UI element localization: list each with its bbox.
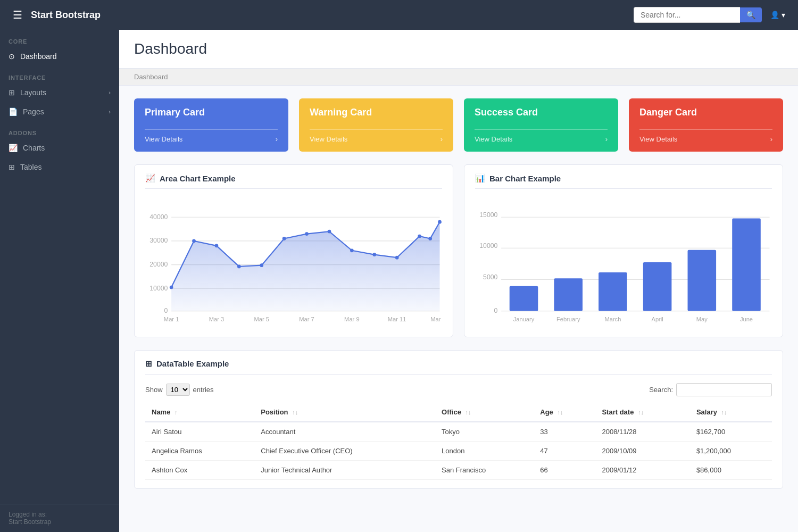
- svg-point-11: [170, 286, 173, 289]
- table-cell: $162,700: [690, 422, 772, 442]
- svg-point-16: [282, 237, 286, 240]
- svg-point-17: [305, 232, 309, 236]
- success-card-link[interactable]: View Details ›: [475, 129, 608, 143]
- search-container: 🔍: [634, 7, 762, 23]
- table-cell: 66: [534, 460, 595, 479]
- office-sort-icon: ↑↓: [465, 409, 471, 415]
- search-label: Search:: [649, 386, 673, 394]
- warning-card-link-text: View Details: [310, 135, 347, 143]
- col-salary[interactable]: Salary ↑↓: [690, 403, 772, 422]
- pages-icon: 📄: [9, 107, 18, 116]
- table-cell: Angelica Ramos: [145, 441, 254, 460]
- page-header: Dashboard: [119, 30, 798, 69]
- primary-card-link[interactable]: View Details ›: [145, 129, 278, 143]
- logged-in-user: Start Bootstrap: [9, 518, 111, 526]
- svg-text:10000: 10000: [479, 242, 497, 250]
- primary-card-arrow-icon: ›: [276, 135, 278, 143]
- sidebar-label-dashboard: Dashboard: [20, 52, 57, 61]
- col-startdate[interactable]: Start date ↑↓: [595, 403, 689, 422]
- svg-point-23: [428, 237, 432, 240]
- sidebar-toggle-button[interactable]: ☰: [9, 6, 27, 23]
- svg-text:Mar 7: Mar 7: [299, 316, 314, 322]
- datatable-icon: ⊞: [145, 359, 152, 369]
- svg-text:Mar 13: Mar 13: [430, 316, 442, 322]
- table-controls: Show 10 25 50 entries Search:: [145, 383, 772, 396]
- svg-text:June: June: [740, 316, 753, 322]
- svg-point-15: [260, 263, 263, 267]
- breadcrumb: Dashboard: [119, 69, 798, 86]
- table-search-input[interactable]: [676, 383, 772, 396]
- col-position[interactable]: Position ↑↓: [254, 403, 435, 422]
- tables-icon: ⊞: [9, 163, 15, 171]
- layouts-chevron-icon: ›: [109, 89, 111, 96]
- table-cell: 33: [534, 422, 595, 442]
- svg-text:0: 0: [164, 307, 168, 314]
- charts-icon: 📈: [9, 144, 18, 152]
- danger-card-title: Danger Card: [639, 107, 772, 118]
- svg-point-14: [237, 265, 241, 269]
- search-button[interactable]: 🔍: [740, 7, 762, 22]
- svg-text:40000: 40000: [149, 213, 168, 221]
- bar-chart-icon: 📊: [475, 173, 485, 183]
- warning-card-link[interactable]: View Details ›: [310, 129, 443, 143]
- sidebar-item-tables[interactable]: ⊞ Tables: [0, 157, 119, 177]
- warning-card-title: Warning Card: [310, 107, 443, 118]
- user-menu-button[interactable]: 👤 ▾: [766, 9, 789, 21]
- pages-chevron-icon: ›: [109, 109, 111, 115]
- entries-label: entries: [193, 386, 214, 394]
- warning-card: Warning Card View Details ›: [299, 98, 453, 152]
- bar-chart-header: 📊 Bar Chart Example: [475, 173, 772, 189]
- navbar: ☰ Start Bootstrap 🔍 👤 ▾: [0, 0, 798, 30]
- table-cell: Airi Satou: [145, 422, 254, 442]
- svg-text:Mar 5: Mar 5: [254, 316, 269, 322]
- sidebar-item-pages[interactable]: 📄 Pages ›: [0, 102, 119, 121]
- svg-rect-43: [643, 262, 672, 311]
- svg-marker-10: [171, 222, 439, 311]
- success-card-arrow-icon: ›: [605, 135, 608, 143]
- svg-text:February: February: [556, 316, 580, 322]
- col-age[interactable]: Age ↑↓: [534, 403, 595, 422]
- datatable-header: ⊞ DataTable Example: [145, 359, 772, 375]
- user-caret-icon: ▾: [782, 11, 785, 19]
- entries-select[interactable]: 10 25 50: [166, 384, 190, 396]
- danger-card: Danger Card View Details ›: [629, 98, 783, 152]
- sidebar-section-addons: Addons: [0, 121, 119, 138]
- table-cell: $86,000: [690, 460, 772, 479]
- sidebar-item-layouts[interactable]: ⊞ Layouts ›: [0, 83, 119, 102]
- svg-rect-41: [554, 278, 583, 311]
- sidebar-item-dashboard[interactable]: ⊙ Dashboard: [0, 47, 119, 66]
- svg-text:Mar 1: Mar 1: [164, 316, 179, 322]
- svg-text:20000: 20000: [149, 261, 168, 268]
- table-cell: San Francisco: [435, 460, 534, 479]
- col-office[interactable]: Office ↑↓: [435, 403, 534, 422]
- table-cell: Junior Technical Author: [254, 460, 435, 479]
- svg-point-12: [192, 239, 196, 243]
- success-card-link-text: View Details: [475, 135, 512, 143]
- position-sort-icon: ↑↓: [292, 409, 298, 415]
- hamburger-icon: ☰: [13, 9, 22, 21]
- sidebar-label-layouts: Layouts: [20, 88, 46, 97]
- primary-card: Primary Card View Details ›: [134, 98, 288, 152]
- area-chart-svg: 0 10000 20000 30000 40000: [145, 195, 442, 326]
- svg-point-20: [372, 253, 376, 256]
- search-input[interactable]: [634, 7, 740, 23]
- area-chart-header: 📈 Area Chart Example: [145, 173, 442, 189]
- sidebar-label-charts: Charts: [23, 144, 45, 152]
- datatable-panel: ⊞ DataTable Example Show 10 25 50 entrie…: [134, 350, 783, 489]
- success-card-title: Success Card: [475, 107, 608, 118]
- danger-card-link[interactable]: View Details ›: [639, 129, 772, 143]
- layouts-icon: ⊞: [9, 88, 15, 97]
- svg-point-24: [438, 220, 442, 224]
- show-entries: Show 10 25 50 entries: [145, 384, 214, 396]
- brand-logo[interactable]: Start Bootstrap: [31, 10, 101, 21]
- svg-point-21: [395, 256, 399, 260]
- table-cell: Ashton Cox: [145, 460, 254, 479]
- svg-text:5000: 5000: [483, 273, 497, 281]
- datatable-title: DataTable Example: [156, 359, 229, 368]
- svg-text:0: 0: [494, 307, 498, 314]
- age-sort-icon: ↑↓: [557, 409, 563, 415]
- sidebar-item-charts[interactable]: 📈 Charts: [0, 138, 119, 157]
- col-name[interactable]: Name ↑: [145, 403, 254, 422]
- table-cell: London: [435, 441, 534, 460]
- sidebar-section-interface: Interface: [0, 66, 119, 83]
